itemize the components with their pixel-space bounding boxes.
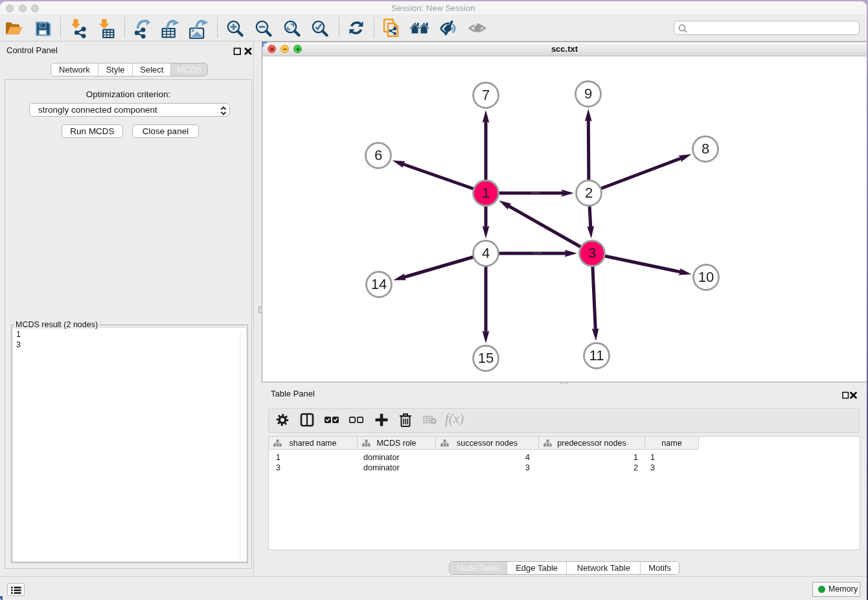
svg-text:4: 4 — [482, 245, 490, 261]
svg-text:14: 14 — [371, 276, 387, 292]
svg-text:15: 15 — [478, 350, 494, 366]
svg-text:10: 10 — [698, 269, 714, 285]
svg-text:1: 1 — [482, 185, 490, 201]
svg-text:3: 3 — [588, 245, 596, 261]
svg-text:7: 7 — [482, 87, 490, 103]
svg-text:11: 11 — [589, 347, 604, 363]
svg-text:6: 6 — [374, 147, 382, 163]
svg-text:9: 9 — [584, 86, 592, 102]
svg-text:2: 2 — [585, 185, 593, 201]
svg-text:8: 8 — [702, 141, 709, 157]
